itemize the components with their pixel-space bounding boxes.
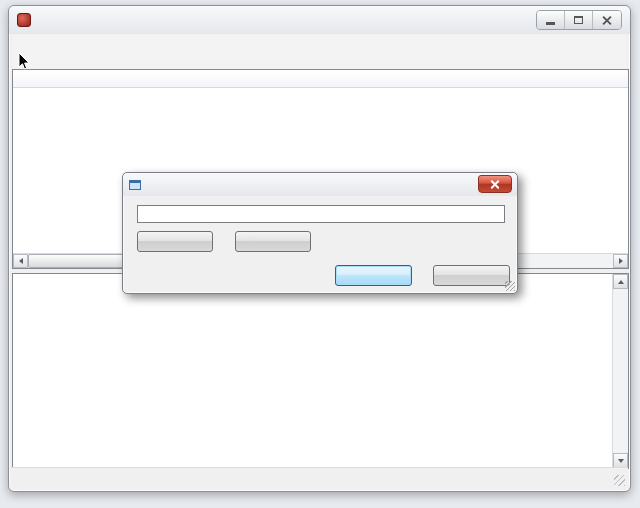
mouse-cursor xyxy=(18,52,31,71)
select-folder-dialog xyxy=(122,172,518,294)
list-header xyxy=(13,70,628,88)
close-icon xyxy=(491,180,500,189)
minimize-icon xyxy=(546,22,555,25)
maximize-button[interactable] xyxy=(565,11,593,29)
minimize-button[interactable] xyxy=(537,11,565,29)
scroll-down-button[interactable] xyxy=(613,453,628,468)
arrow-down-icon xyxy=(618,459,624,463)
menu-bar xyxy=(13,35,626,52)
folder-path-input[interactable] xyxy=(137,205,505,223)
scroll-right-button[interactable] xyxy=(613,254,628,268)
scroll-up-button[interactable] xyxy=(613,274,628,289)
cookie-detail-pane xyxy=(12,273,629,469)
desktop xyxy=(0,0,640,508)
arrow-left-icon xyxy=(19,258,23,264)
dialog-resize-grip[interactable] xyxy=(505,281,515,291)
status-bar xyxy=(11,467,628,489)
cancel-button[interactable] xyxy=(433,265,510,286)
maximize-icon xyxy=(574,16,583,24)
scroll-left-button[interactable] xyxy=(13,254,28,268)
close-icon xyxy=(602,15,612,25)
default-button[interactable] xyxy=(235,231,311,252)
close-button[interactable] xyxy=(593,11,621,29)
browse-button[interactable] xyxy=(137,231,213,252)
dialog-title-bar[interactable] xyxy=(123,173,517,196)
arrow-up-icon xyxy=(618,280,624,284)
vertical-scrollbar[interactable] xyxy=(612,274,628,468)
arrow-right-icon xyxy=(619,258,623,264)
window-resize-grip[interactable] xyxy=(614,475,625,486)
app-icon xyxy=(17,13,31,27)
window-controls xyxy=(536,10,622,30)
dialog-icon xyxy=(129,180,141,190)
ok-button[interactable] xyxy=(335,265,412,286)
dialog-close-button[interactable] xyxy=(478,175,512,193)
